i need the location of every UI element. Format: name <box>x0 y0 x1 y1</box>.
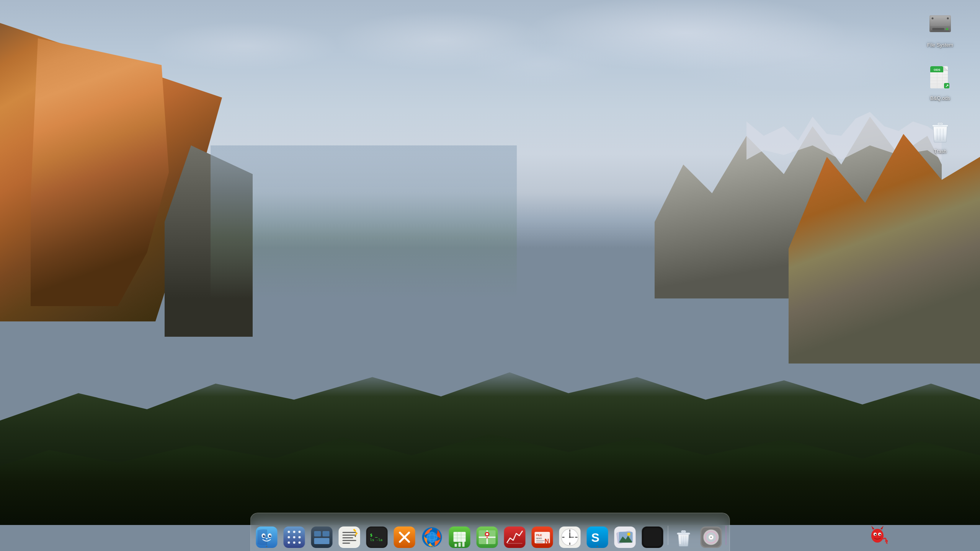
filesystem-icon-svg <box>926 11 954 38</box>
svg-rect-54 <box>343 537 353 538</box>
dock-item-launchpad[interactable] <box>281 520 307 548</box>
desktop-icons: File System <box>923 8 957 156</box>
svg-text:ODS: ODS <box>934 68 941 72</box>
svg-rect-77 <box>459 543 461 547</box>
dock-item-newsreader[interactable]: FILE NEWS N <box>529 520 555 548</box>
desktop-icon-bqods[interactable]: ODS ↗ B&Q.ods <box>923 61 957 103</box>
maps-icon-wrap <box>477 527 498 548</box>
trash-icon <box>925 116 956 146</box>
dock-item-trash[interactable] <box>671 520 697 548</box>
dock-item-dvd[interactable] <box>698 520 724 548</box>
svg-point-42 <box>299 536 301 538</box>
svg-point-131 <box>875 534 876 535</box>
svg-point-67 <box>427 532 438 543</box>
svg-rect-71 <box>454 532 466 542</box>
svg-point-34 <box>264 535 265 536</box>
svg-rect-90 <box>536 542 543 543</box>
svg-point-41 <box>293 536 296 538</box>
newsreader-icon-wrap: FILE NEWS N <box>532 527 553 548</box>
dock-item-preview[interactable] <box>612 520 638 548</box>
dock-item-firefox[interactable] <box>419 520 445 548</box>
terminal-icon-svg: $ _ ls -la <box>366 527 388 548</box>
svg-text:NEWS: NEWS <box>536 537 542 540</box>
dock-trash-icon-wrap <box>673 527 694 548</box>
svg-point-43 <box>288 541 290 544</box>
preview-icon-svg <box>614 527 636 548</box>
blackapp-icon-wrap <box>642 527 663 548</box>
svg-rect-3 <box>930 16 950 26</box>
dock-trash-icon-svg <box>673 527 694 548</box>
dock-item-maps[interactable] <box>474 520 500 548</box>
clock-icon-svg <box>559 527 581 548</box>
svg-point-44 <box>293 541 296 544</box>
svg-point-128 <box>871 529 884 543</box>
maps-icon-svg <box>477 527 498 548</box>
svg-point-7 <box>946 28 948 30</box>
ods-icon-svg: ODS ↗ <box>926 64 954 91</box>
dock-item-stocks[interactable] <box>502 520 528 548</box>
mascot-icon <box>867 524 888 546</box>
dock-item-mission-control[interactable] <box>309 520 335 548</box>
skype-active-dot <box>597 546 598 547</box>
dock-right-indicator <box>726 526 727 545</box>
svg-point-45 <box>299 541 301 544</box>
svg-rect-114 <box>681 530 686 533</box>
dock-item-crossover[interactable] <box>392 520 418 548</box>
svg-rect-46 <box>311 527 333 548</box>
bqods-label: B&Q.ods <box>930 95 950 101</box>
desktop-icon-filesystem[interactable]: File System <box>923 8 957 49</box>
svg-text:↗: ↗ <box>945 83 949 88</box>
skype-icon-svg: S <box>587 527 608 548</box>
filesystem-label: File System <box>927 42 953 48</box>
launchpad-icon-svg <box>284 527 305 548</box>
dock-item-clock[interactable] <box>557 520 583 548</box>
dvd-icon-wrap <box>701 527 722 548</box>
newsreader-icon-svg: FILE NEWS N <box>532 527 553 548</box>
svg-rect-55 <box>343 540 356 541</box>
dock-item-numbers[interactable] <box>447 520 473 548</box>
valley-haze <box>211 145 517 298</box>
numbers-icon-svg <box>449 527 470 548</box>
dock-item-skype[interactable]: S <box>585 520 611 548</box>
svg-point-100 <box>569 536 571 538</box>
filesystem-icon <box>925 9 956 40</box>
finder-icon-wrap <box>256 527 278 548</box>
dock-separator <box>668 526 668 545</box>
textedit-icon-svg <box>339 527 360 548</box>
svg-point-110 <box>627 533 630 536</box>
dock-item-blackapp[interactable] <box>640 520 666 548</box>
dock-item-terminal[interactable]: $ _ ls -la <box>364 520 390 548</box>
dock-mascot <box>867 524 888 547</box>
svg-point-32 <box>263 535 265 537</box>
svg-point-126 <box>710 536 712 538</box>
svg-point-5 <box>947 18 949 20</box>
svg-rect-23 <box>938 122 943 125</box>
crossover-icon-svg <box>394 527 415 548</box>
svg-rect-29 <box>267 530 267 545</box>
trash-icon-svg <box>926 117 954 145</box>
finder-active-dot <box>266 546 268 547</box>
firefox-icon-wrap <box>421 527 443 548</box>
bqods-icon: ODS ↗ <box>925 62 956 93</box>
svg-point-40 <box>288 536 290 538</box>
svg-point-132 <box>879 534 881 535</box>
svg-point-35 <box>270 535 271 536</box>
blackapp-icon-svg <box>642 527 663 548</box>
svg-rect-89 <box>536 540 545 541</box>
svg-rect-49 <box>314 538 330 544</box>
svg-rect-8 <box>931 31 949 31</box>
svg-text:$ _: $ _ <box>370 533 378 538</box>
svg-rect-56 <box>343 543 350 544</box>
svg-point-82 <box>486 533 488 535</box>
svg-point-38 <box>293 531 296 533</box>
desktop-icon-trash[interactable]: Trash <box>923 114 957 156</box>
dock-item-textedit[interactable] <box>336 520 363 548</box>
finder-icon-svg <box>256 527 278 548</box>
crossover-icon-wrap <box>394 527 415 548</box>
textedit-icon-wrap <box>339 527 360 548</box>
wallpaper <box>0 0 980 551</box>
svg-point-37 <box>288 531 290 533</box>
firefox-icon-svg <box>421 527 443 548</box>
preview-icon-wrap <box>614 527 636 548</box>
dock-item-finder[interactable] <box>254 520 280 548</box>
